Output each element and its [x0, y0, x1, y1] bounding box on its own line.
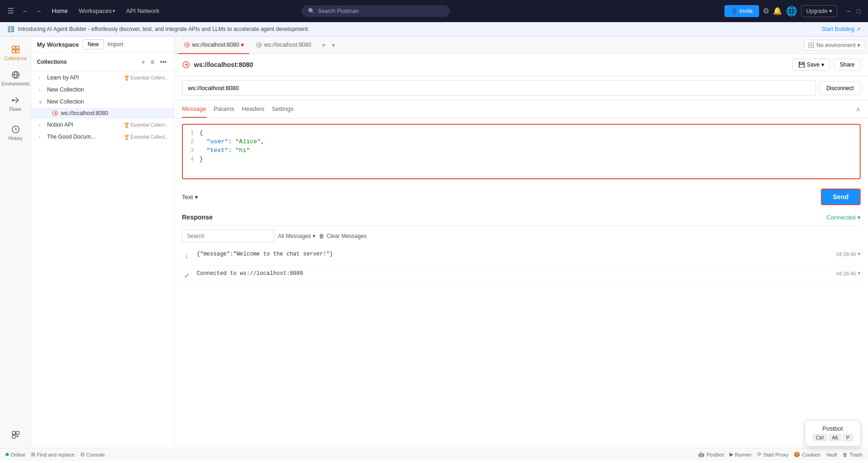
collection-item-new-1[interactable]: › New Collection [31, 84, 174, 96]
announcement-banner: ℹ️ Introducing AI Agent Builder - effort… [0, 22, 868, 37]
tabs-overflow-button[interactable]: ▾ [332, 42, 335, 49]
settings-icon[interactable]: ⚙ [763, 6, 769, 15]
runner-button[interactable]: ▶ Runner [729, 451, 752, 457]
sidebar-item-history[interactable]: History [0, 120, 31, 146]
tab-ws-inactive[interactable]: ws://localhost:8080 [250, 37, 317, 54]
collection-sub-item-ws[interactable]: ws://localhost:8080 [31, 108, 174, 119]
code-line-1: 1 { [187, 128, 856, 137]
expand-message-icon-2[interactable]: ▾ [858, 270, 861, 276]
new-button[interactable]: New [83, 39, 104, 49]
all-messages-dropdown[interactable]: All Messages ▾ [278, 233, 315, 239]
svg-rect-7 [12, 432, 15, 435]
top-bar-right: 👤 Invite ⚙ 🔔 🌐 Upgrade ▾ − □ [724, 5, 862, 17]
save-icon: 💾 [798, 61, 805, 68]
url-input[interactable] [182, 80, 816, 96]
tab-ws-active[interactable]: ws://localhost:8080 [178, 37, 249, 54]
request-area: ws://localhost:8080 💾 Save ▾ Share Disco… [175, 54, 868, 448]
connected-icon: ✓ [182, 271, 191, 280]
message-type-dropdown[interactable]: Text ▾ [182, 194, 198, 201]
console-button[interactable]: ⊟ Console [80, 451, 105, 457]
tab-modified-dot [241, 43, 244, 46]
collection-item-good-doc[interactable]: › The Good Docum... 🏆 Essential Collect.… [31, 131, 174, 143]
sub-tab-headers[interactable]: Headers [242, 101, 265, 118]
postbot-popup[interactable]: Postbot Ctrl Alt P [805, 420, 861, 446]
message-item-2: ✓ Connected to ws://localhost:8080 04:28… [182, 266, 861, 285]
online-status[interactable]: Online [6, 452, 25, 457]
trash-button[interactable]: 🗑 Trash [843, 451, 862, 457]
collection-item-notion-api[interactable]: › Notion API 🏆 Essential Collect... [31, 119, 174, 131]
back-button[interactable]: ← [19, 6, 31, 16]
avatar-icon[interactable]: 🌐 [786, 6, 797, 17]
message-editor[interactable]: 1 { 2 "user": "Alice", 3 "text": "hi" 4 … [182, 124, 861, 179]
collection-name: Notion API [47, 122, 121, 128]
api-network-link[interactable]: API Network [122, 7, 163, 14]
chevron-right-icon: › [39, 87, 44, 92]
find-replace-icon: ⊞ [31, 451, 35, 457]
sidebar-item-add[interactable] [0, 426, 31, 444]
expand-message-icon[interactable]: ▾ [858, 251, 861, 257]
invite-button[interactable]: 👤 Invite [724, 5, 760, 17]
panel-action-buttons: + ≡ ••• [139, 56, 169, 67]
response-search-input[interactable] [182, 230, 274, 243]
collections-panel-header: Collections + ≡ ••• [31, 53, 174, 72]
chevron-down-icon: ∨ [39, 99, 44, 104]
sort-collections-button[interactable]: ≡ [149, 56, 156, 67]
find-replace-button[interactable]: ⊞ Find and replace [31, 451, 75, 457]
sidebar-item-flows[interactable]: Flows [0, 91, 31, 116]
runner-icon: ▶ [729, 451, 733, 457]
editor-content: 1 { 2 "user": "Alice", 3 "text": "hi" 4 … [183, 125, 860, 167]
upgrade-button[interactable]: Upgrade ▾ [801, 5, 837, 17]
postbot-status-button[interactable]: 🤖 Postbot [698, 451, 723, 457]
cookies-button[interactable]: 🍪 Cookies [794, 451, 820, 457]
import-button[interactable]: Import [108, 41, 123, 48]
chevron-right-icon: › [39, 134, 44, 140]
workspaces-menu[interactable]: Workspaces ▾ [75, 7, 119, 14]
ws-tab-icon-2 [256, 42, 262, 48]
collapse-sub-tabs-button[interactable]: ∧ [856, 101, 861, 117]
maximize-button[interactable]: □ [855, 7, 862, 15]
user-icon: 👤 [731, 8, 738, 14]
request-sub-tabs: Message Params Headers Settings ∧ [175, 101, 868, 118]
add-collection-button[interactable]: + [139, 56, 147, 67]
share-button[interactable]: Share [834, 59, 861, 71]
hamburger-icon[interactable]: ☰ [6, 5, 16, 17]
environment-selector[interactable]: No environment ▾ [804, 40, 864, 51]
global-search[interactable]: 🔍 Search Postman [302, 6, 450, 17]
collection-item-new-2[interactable]: ∨ New Collection [31, 96, 174, 108]
code-line-4: 4 } [187, 155, 856, 164]
message-text-2: Connected to ws://localhost:8080 [197, 270, 831, 277]
url-bar: Disconnect [175, 76, 868, 101]
disconnect-button[interactable]: Disconnect [820, 81, 861, 95]
vault-button[interactable]: Vault [826, 451, 837, 457]
add-tab-button[interactable]: + [318, 41, 329, 49]
collection-list: › Learn by API 🏆 Essential Collect... › … [31, 72, 174, 448]
clear-messages-button[interactable]: 🗑 Clear Messages [319, 233, 367, 239]
collection-item-learn-by-api[interactable]: › Learn by API 🏆 Essential Collect... [31, 72, 174, 84]
home-link[interactable]: Home [48, 7, 72, 14]
tab-label-2: ws://localhost:8080 [264, 42, 311, 48]
response-toolbar: All Messages ▾ 🗑 Clear Messages [182, 226, 861, 246]
sub-tab-message[interactable]: Message [182, 101, 206, 118]
message-time-1: 04:28:46 ▾ [836, 251, 861, 257]
send-button[interactable]: Send [821, 189, 861, 205]
svg-rect-0 [12, 46, 15, 49]
sidebar-item-environments[interactable]: Environments [0, 66, 31, 91]
connected-status: Connected ▾ [826, 214, 861, 221]
info-icon: ℹ️ [7, 26, 14, 32]
postbot-status-icon: 🤖 [698, 451, 705, 457]
save-button[interactable]: 💾 Save ▾ [792, 59, 830, 71]
status-bar-right: 🤖 Postbot ▶ Runner ⟳ Start Proxy 🍪 Cooki… [698, 451, 862, 457]
banner-link[interactable]: Start Building ↗ [821, 26, 861, 32]
message-item-1: ↓ {"message":"Welcome to the chat server… [182, 246, 861, 266]
forward-button[interactable]: → [33, 6, 44, 16]
websocket-icon [52, 110, 58, 116]
start-proxy-button[interactable]: ⟳ Start Proxy [757, 451, 788, 457]
minimize-button[interactable]: − [844, 7, 852, 15]
more-options-button[interactable]: ••• [158, 56, 169, 67]
bell-icon[interactable]: 🔔 [773, 6, 782, 15]
collection-name: The Good Docum... [47, 134, 121, 140]
sub-tab-settings[interactable]: Settings [272, 101, 294, 118]
sidebar-item-collections[interactable]: Collections [0, 40, 31, 66]
sub-tab-params[interactable]: Params [214, 101, 235, 118]
collections-panel: My Workspace New Import Collections + ≡ … [31, 37, 175, 448]
